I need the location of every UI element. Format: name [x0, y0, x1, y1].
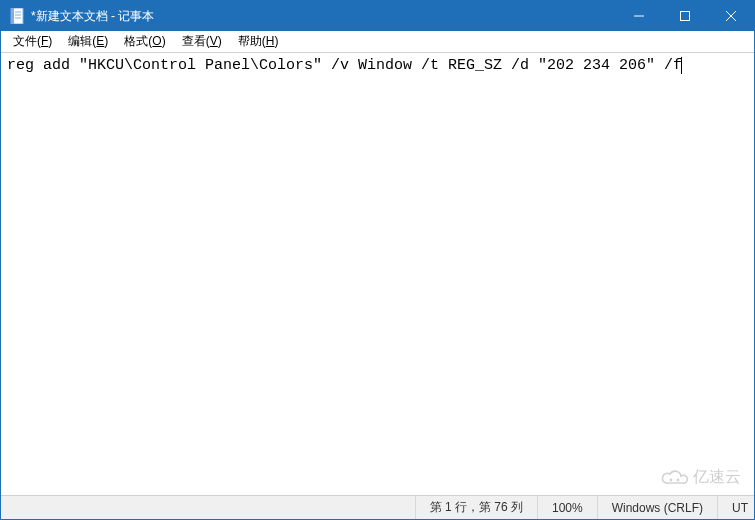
- close-icon: [726, 11, 736, 21]
- svg-rect-6: [681, 12, 690, 21]
- window-title: *新建文本文档 - 记事本: [31, 8, 154, 25]
- text-editor-area[interactable]: reg add "HKCU\Control Panel\Colors" /v W…: [1, 53, 754, 495]
- menu-view-label: 查看: [182, 34, 206, 48]
- statusbar: 第 1 行，第 76 列 100% Windows (CRLF) UT: [1, 495, 754, 519]
- menu-help-label: 帮助: [238, 34, 262, 48]
- minimize-button[interactable]: [616, 1, 662, 31]
- titlebar[interactable]: *新建文本文档 - 记事本: [1, 1, 754, 31]
- menu-view-accel: V: [210, 34, 218, 48]
- text-caret: [681, 57, 682, 74]
- maximize-icon: [680, 11, 690, 21]
- menu-view[interactable]: 查看(V): [174, 31, 230, 52]
- menu-edit-label: 编辑: [68, 34, 92, 48]
- menubar: 文件(F) 编辑(E) 格式(O) 查看(V) 帮助(H): [1, 31, 754, 53]
- menu-file[interactable]: 文件(F): [5, 31, 60, 52]
- menu-edit-accel: E: [96, 34, 104, 48]
- menu-format-accel: O: [152, 34, 161, 48]
- notepad-icon: [9, 8, 25, 24]
- notepad-window: *新建文本文档 - 记事本 文件(F) 编辑(E) 格式(O) 查看(V) 帮助…: [0, 0, 755, 520]
- menu-help[interactable]: 帮助(H): [230, 31, 287, 52]
- status-position: 第 1 行，第 76 列: [416, 496, 538, 519]
- status-zoom: 100%: [538, 496, 598, 519]
- menu-file-accel: F: [41, 34, 48, 48]
- status-encoding: UT: [718, 496, 754, 519]
- maximize-button[interactable]: [662, 1, 708, 31]
- menu-help-accel: H: [266, 34, 275, 48]
- close-button[interactable]: [708, 1, 754, 31]
- svg-rect-1: [11, 8, 14, 24]
- menu-file-label: 文件: [13, 34, 37, 48]
- menu-format[interactable]: 格式(O): [116, 31, 173, 52]
- menu-edit[interactable]: 编辑(E): [60, 31, 116, 52]
- status-line-ending: Windows (CRLF): [598, 496, 718, 519]
- editor-content: reg add "HKCU\Control Panel\Colors" /v W…: [7, 57, 682, 74]
- minimize-icon: [634, 11, 644, 21]
- menu-format-label: 格式: [124, 34, 148, 48]
- status-spacer: [1, 496, 416, 519]
